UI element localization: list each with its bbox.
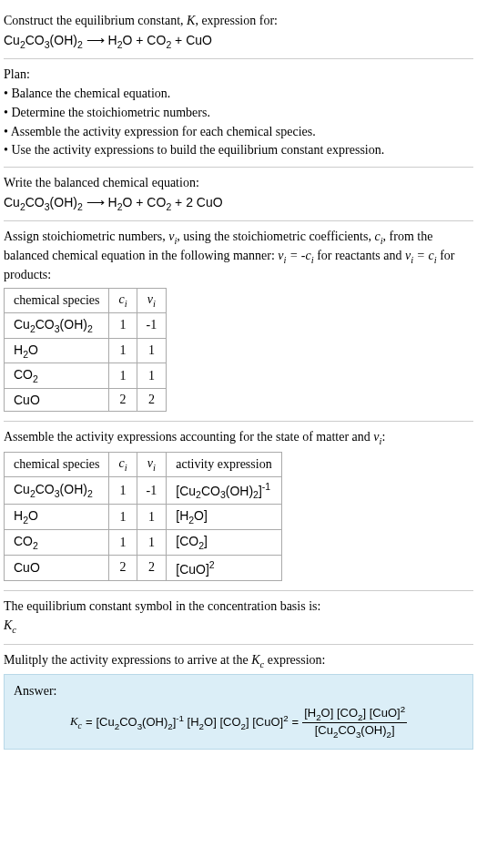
arrow-icon: ⟶: [86, 33, 105, 47]
cell-nui: -1: [137, 476, 167, 504]
balanced-section: Write the balanced chemical equation: Cu…: [4, 168, 473, 221]
text: Assemble the activity expressions accoun…: [4, 430, 373, 444]
cell-nui: 1: [137, 505, 167, 530]
table-row: CuO 2 2 [CuO]2: [5, 556, 282, 581]
eq-lhs: Cu2CO3(OH)2: [4, 195, 83, 209]
text: :: [381, 430, 385, 444]
prompt-line: Construct the equilibrium constant, K, e…: [4, 13, 473, 30]
prompt-lead: Construct the equilibrium constant,: [4, 14, 187, 27]
kc-symbol-line: The equilibrium constant symbol in the c…: [4, 598, 473, 616]
relation: νi = -ci: [278, 249, 313, 262]
col-species: chemical species: [5, 453, 109, 477]
kc-symbol: Kc: [4, 618, 473, 637]
multiply-line: Mulitply the activity expressions to arr…: [4, 652, 473, 671]
fraction: [H2O] [CO2] [CuO]2 [Cu2CO3(OH)2]: [302, 704, 407, 740]
equals2: =: [292, 715, 299, 729]
table-row: CO2 1 1: [5, 363, 167, 389]
denominator: [Cu2CO3(OH)2]: [313, 723, 397, 740]
unbalanced-equation: Cu2CO3(OH)2 ⟶ H2O + CO2 + CuO: [4, 32, 473, 51]
text: Mulitply the activity expressions to arr…: [4, 653, 251, 667]
stoich-section: Assign stoichiometric numbers, νi, using…: [4, 221, 473, 422]
plan-section: Plan: • Balance the chemical equation. •…: [4, 59, 473, 168]
text: expression:: [264, 653, 325, 667]
eq-rhs: H2O + CO2 + 2 CuO: [108, 195, 223, 209]
relation: νi = ci: [405, 249, 437, 262]
balanced-equation: Cu2CO3(OH)2 ⟶ H2O + CO2 + 2 CuO: [4, 194, 473, 213]
prompt-section: Construct the equilibrium constant, K, e…: [4, 5, 473, 59]
K: K: [251, 653, 259, 667]
cell-activity: [H2O]: [167, 505, 281, 530]
stoich-intro: Assign stoichiometric numbers, νi, using…: [4, 229, 473, 284]
text: , using the stoichiometric coefficients,: [177, 230, 374, 243]
cell-nui: 2: [137, 389, 167, 412]
cell-ci: 1: [109, 363, 137, 389]
cell-ci: 1: [109, 530, 137, 556]
cell-nui: -1: [137, 312, 167, 338]
col-species: chemical species: [5, 289, 109, 313]
prompt-K: K: [187, 14, 195, 27]
cell-species: CuO: [5, 389, 109, 412]
cell-activity: [CO2]: [167, 530, 281, 556]
kc-lhs: Kc: [70, 714, 82, 730]
cell-activity: [Cu2CO3(OH)2]-1: [167, 476, 281, 504]
table-row: Cu2CO3(OH)2 1 -1 [Cu2CO3(OH)2]-1: [5, 476, 282, 504]
table-row: H2O 1 1: [5, 338, 167, 363]
cell-ci: 2: [109, 389, 137, 412]
cell-species: H2O: [5, 505, 109, 530]
K: K: [4, 618, 12, 632]
eq-lhs: Cu2CO3(OH)2: [4, 33, 83, 47]
cell-ci: 1: [109, 476, 137, 504]
col-ci: ci: [109, 289, 137, 313]
cell-ci: 1: [109, 312, 137, 338]
cell-nui: 1: [137, 530, 167, 556]
prompt-tail: , expression for:: [195, 14, 278, 27]
table-row: CuO 2 2: [5, 389, 167, 412]
text: Assign stoichiometric numbers,: [4, 230, 168, 243]
cell-nui: 1: [137, 363, 167, 389]
col-nui: νi: [137, 453, 167, 477]
table-header-row: chemical species ci νi: [5, 289, 167, 313]
table-row: H2O 1 1 [H2O]: [5, 505, 282, 530]
c-sub: c: [78, 720, 82, 730]
activity-intro: Assemble the activity expressions accoun…: [4, 429, 473, 448]
kc-inline: Kc: [251, 653, 264, 667]
answer-box: Answer: Kc = [Cu2CO3(OH)2]-1 [H2O] [CO2]…: [4, 674, 473, 750]
answer-label: Answer:: [14, 684, 463, 699]
eq-rhs: H2O + CO2 + CuO: [108, 33, 212, 47]
table-row: CO2 1 1 [CO2]: [5, 530, 282, 556]
stoich-table: chemical species ci νi Cu2CO3(OH)2 1 -1 …: [4, 288, 167, 412]
K: K: [70, 714, 78, 728]
cell-species: Cu2CO3(OH)2: [5, 312, 109, 338]
cell-species: H2O: [5, 338, 109, 363]
col-ci: ci: [109, 453, 137, 477]
cell-species: CO2: [5, 530, 109, 556]
term1: [Cu2CO3(OH)2]-1 [H2O] [CO2] [CuO]2: [96, 713, 288, 731]
plan-item: • Balance the chemical equation.: [4, 86, 473, 103]
text: for reactants and: [314, 249, 405, 262]
c-sub: c: [12, 624, 16, 634]
col-activity: activity expression: [167, 453, 281, 477]
col-nui: νi: [137, 289, 167, 313]
activity-section: Assemble the activity expressions accoun…: [4, 422, 473, 590]
cell-activity: [CuO]2: [167, 556, 281, 581]
kc-symbol-section: The equilibrium constant symbol in the c…: [4, 591, 473, 645]
arrow-icon: ⟶: [86, 195, 105, 209]
c-symbol: ci: [374, 230, 382, 243]
table-row: Cu2CO3(OH)2 1 -1: [5, 312, 167, 338]
cell-species: CuO: [5, 556, 109, 581]
table-header-row: chemical species ci νi activity expressi…: [5, 453, 282, 477]
plan-item: • Assemble the activity expression for e…: [4, 124, 473, 141]
cell-nui: 2: [137, 556, 167, 581]
balanced-heading: Write the balanced chemical equation:: [4, 175, 473, 192]
numerator: [H2O] [CO2] [CuO]2: [302, 704, 407, 723]
kc-expression: Kc = [Cu2CO3(OH)2]-1 [H2O] [CO2] [CuO]2 …: [14, 704, 463, 740]
cell-ci: 2: [109, 556, 137, 581]
equals: =: [86, 715, 93, 729]
nu-symbol: νi: [168, 230, 177, 243]
plan-item: • Determine the stoichiometric numbers.: [4, 105, 473, 122]
activity-table: chemical species ci νi activity expressi…: [4, 452, 282, 581]
cell-nui: 1: [137, 338, 167, 363]
answer-section: Mulitply the activity expressions to arr…: [4, 645, 473, 755]
cell-species: CO2: [5, 363, 109, 389]
cell-ci: 1: [109, 338, 137, 363]
